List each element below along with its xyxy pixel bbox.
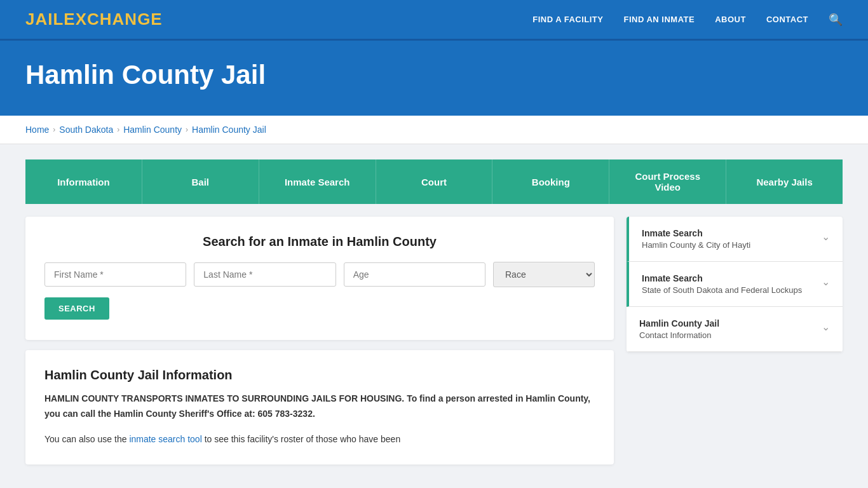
search-icon-button[interactable]: 🔍 — [829, 13, 843, 27]
site-logo[interactable]: JAILEXCHANGE — [25, 10, 163, 29]
chevron-down-icon-1: ⌄ — [822, 231, 830, 243]
sidebar-item-1-title: Inmate Search — [642, 228, 750, 238]
tab-inmate-search[interactable]: Inmate Search — [259, 159, 376, 204]
tab-information[interactable]: Information — [25, 159, 142, 204]
search-form: Race White Black Hispanic Asian Native A… — [44, 262, 595, 287]
breadcrumb-home[interactable]: Home — [25, 125, 49, 135]
race-select[interactable]: Race White Black Hispanic Asian Native A… — [493, 262, 595, 287]
nav-find-inmate[interactable]: FIND AN INMATE — [623, 15, 695, 24]
nav-find-facility[interactable]: FIND A FACILITY — [532, 15, 603, 24]
search-heading: Search for an Inmate in Hamlin County — [44, 234, 595, 249]
age-input[interactable] — [344, 262, 485, 287]
sidebar-item-2[interactable]: Inmate Search State of South Dakota and … — [627, 262, 843, 307]
sidebar-item-2-sub: State of South Dakota and Federal Lockup… — [642, 285, 802, 295]
inmate-search-link[interactable]: inmate search tool — [129, 434, 201, 444]
last-name-input[interactable] — [194, 262, 336, 287]
tabs-bar: Information Bail Inmate Search Court Boo… — [25, 159, 843, 204]
info-body-normal: You can also use the inmate search tool … — [44, 432, 595, 447]
tab-bail[interactable]: Bail — [142, 159, 259, 204]
breadcrumb-bar: Home › South Dakota › Hamlin County › Ha… — [0, 116, 868, 144]
breadcrumb-hamlin-jail[interactable]: Hamlin County Jail — [192, 125, 266, 135]
sidebar-item-2-text: Inmate Search State of South Dakota and … — [642, 273, 802, 295]
breadcrumb: Home › South Dakota › Hamlin County › Ha… — [25, 125, 843, 135]
tab-nearby-jails[interactable]: Nearby Jails — [726, 159, 843, 204]
breadcrumb-sep-3: › — [186, 125, 188, 134]
sidebar-item-1-text: Inmate Search Hamlin County & City of Ha… — [642, 228, 750, 250]
info-bold-text: HAMLIN COUNTY TRANSPORTS INMATES TO SURR… — [44, 393, 590, 419]
breadcrumb-sep-1: › — [53, 125, 55, 134]
tab-court-process-video[interactable]: Court Process Video — [609, 159, 726, 204]
nav-contact[interactable]: CONTACT — [766, 15, 808, 24]
breadcrumb-sep-2: › — [117, 125, 119, 134]
info-text-before-link: You can also use the — [44, 434, 129, 444]
tab-court[interactable]: Court — [376, 159, 492, 204]
info-card: Hamlin County Jail Information HAMLIN CO… — [25, 350, 614, 464]
breadcrumb-sd[interactable]: South Dakota — [59, 125, 113, 135]
search-button[interactable]: SEARCH — [44, 297, 109, 320]
two-col-layout: Search for an Inmate in Hamlin County Ra… — [25, 217, 843, 464]
tab-booking[interactable]: Booking — [492, 159, 609, 204]
nav-about[interactable]: ABOUT — [715, 15, 746, 24]
sidebar-item-3-text: Hamlin County Jail Contact Information — [639, 318, 719, 340]
info-text-after-link: to see this facility's roster of those w… — [202, 434, 400, 444]
inmate-search-card: Search for an Inmate in Hamlin County Ra… — [25, 217, 614, 340]
sidebar-item-1[interactable]: Inmate Search Hamlin County & City of Ha… — [627, 217, 843, 262]
sidebar-item-2-title: Inmate Search — [642, 273, 802, 283]
first-name-input[interactable] — [44, 262, 186, 287]
chevron-down-icon-2: ⌄ — [822, 276, 830, 288]
main-nav: FIND A FACILITY FIND AN INMATE ABOUT CON… — [532, 13, 843, 27]
sidebar-item-1-sub: Hamlin County & City of Hayti — [642, 240, 750, 250]
site-header: JAILEXCHANGE FIND A FACILITY FIND AN INM… — [0, 0, 868, 41]
logo-part1: JAIL — [25, 10, 64, 29]
sidebar-item-3-title: Hamlin County Jail — [639, 318, 719, 329]
content-area: Information Bail Inmate Search Court Boo… — [0, 144, 868, 480]
breadcrumb-hamlin-county[interactable]: Hamlin County — [123, 125, 182, 135]
main-panel: Search for an Inmate in Hamlin County Ra… — [25, 217, 614, 464]
logo-exchange: E — [64, 10, 75, 29]
logo-part2-rest: XCHANGE — [76, 10, 163, 29]
info-body-bold: HAMLIN COUNTY TRANSPORTS INMATES TO SURR… — [44, 391, 595, 422]
info-heading: Hamlin County Jail Information — [44, 368, 595, 383]
sidebar-item-3[interactable]: Hamlin County Jail Contact Information ⌄ — [627, 307, 843, 352]
hero-section: Hamlin County Jail — [0, 41, 868, 116]
sidebar-item-3-sub: Contact Information — [639, 330, 719, 340]
sidebar: Inmate Search Hamlin County & City of Ha… — [627, 217, 843, 352]
chevron-down-icon-3: ⌄ — [822, 321, 830, 333]
page-title: Hamlin County Jail — [25, 60, 843, 90]
